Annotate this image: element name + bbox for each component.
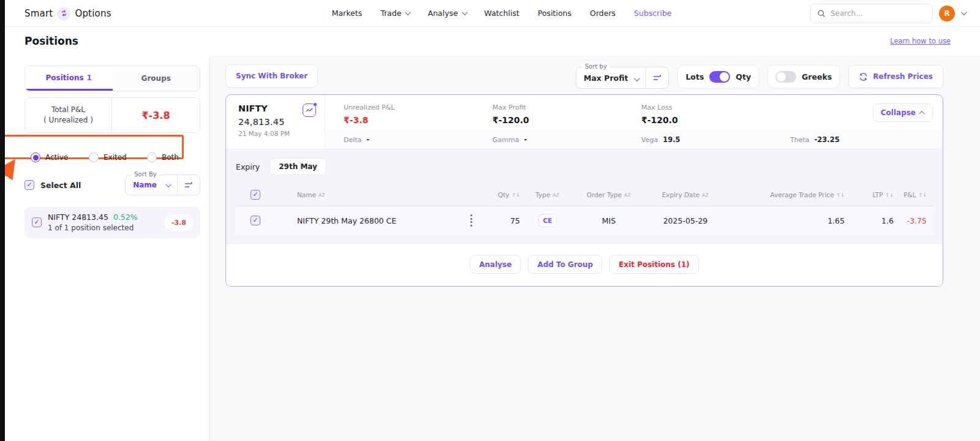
position-pnl-badge: -3.8 <box>165 214 193 231</box>
instrument-panel: NIFTY 24,813.45 21 May 4:08 PM <box>226 95 325 149</box>
lots-qty-toggle-group: Lots Qty <box>677 65 759 88</box>
select-all-checkbox[interactable]: ✓ <box>24 180 34 190</box>
sort-value: Name <box>133 181 157 189</box>
positions-count-badge: 1 <box>87 74 92 82</box>
lots-label: Lots <box>685 72 704 81</box>
radio-option-exited[interactable]: Exited <box>89 153 142 162</box>
brand-logo[interactable]: Smart Options <box>24 7 111 20</box>
sidebar-tabs: Positions 1 Groups <box>24 66 200 91</box>
cell-expiry-date: 2025-05-29 <box>643 216 728 225</box>
sort-direction-button[interactable] <box>646 67 668 88</box>
column-header-pnl[interactable]: P&L↑↓ <box>894 191 927 198</box>
add-to-group-button[interactable]: Add To Group <box>528 255 602 274</box>
refresh-icon <box>859 72 868 81</box>
row-checkbox[interactable]: ✓ <box>251 216 260 225</box>
column-header-qty[interactable]: Qty↑↓ <box>483 191 520 198</box>
sort-az-icon: AZ <box>624 192 631 198</box>
table-header-row: ✓ NameAZ Qty↑↓ TypeAZ Order TypeAZ Expir… <box>236 185 933 206</box>
instrument-price: 24,813.45 <box>238 117 325 127</box>
search-box[interactable] <box>810 4 933 23</box>
greeks-toggle-group: Greeks <box>767 65 840 88</box>
radio-option-active[interactable]: Active <box>31 153 84 162</box>
radio-unselected-icon[interactable] <box>89 153 99 162</box>
position-change-percent: 0.52% <box>113 213 138 222</box>
expiry-label: Expiry <box>236 162 260 172</box>
learn-how-to-use-link[interactable]: Learn how to use <box>890 37 951 45</box>
sort-arrows-icon: ↑↓ <box>919 192 927 198</box>
sort-arrows-icon: ↑↓ <box>512 192 520 198</box>
nav-item-trade[interactable]: Trade <box>380 9 409 18</box>
sync-with-broker-button[interactable]: Sync With Broker <box>225 64 318 88</box>
nav-item-analyse[interactable]: Analyse <box>428 9 466 18</box>
sort-direction-button[interactable] <box>178 175 200 195</box>
stat-unrealized-pnl: Unrealized P&L ₹-3.8 <box>344 104 492 125</box>
refresh-prices-button[interactable]: Refresh Prices <box>848 65 943 88</box>
radio-selected-icon[interactable] <box>31 153 40 162</box>
sidebar-sort-dropdown[interactable]: Sort By Name <box>125 175 200 195</box>
position-card-nifty: NIFTY 24,813.45 21 May 4:08 PM Unrealize… <box>225 94 943 287</box>
exit-positions-button[interactable]: Exit Positions (1) <box>609 255 699 274</box>
nav-item-watchlist[interactable]: Watchlist <box>484 9 519 18</box>
analyse-button[interactable]: Analyse <box>470 255 521 274</box>
total-pnl-card: Total P&L ( Unrealized ) ₹-3.8 <box>24 97 200 133</box>
greek-theta: Theta-23.25 <box>790 135 939 144</box>
radio-option-both[interactable]: Both <box>147 153 200 162</box>
nav-item-orders[interactable]: Orders <box>590 9 616 18</box>
column-header-ltp[interactable]: LTP↑↓ <box>845 191 894 198</box>
sort-az-icon: AZ <box>318 192 325 198</box>
column-header-name[interactable]: NameAZ <box>275 191 459 198</box>
radio-unselected-icon[interactable] <box>147 153 157 162</box>
position-checkbox[interactable]: ✓ <box>32 217 42 227</box>
page-title: Positions <box>24 35 78 47</box>
column-header-type[interactable]: TypeAZ <box>520 191 575 198</box>
greek-gamma: Gamma- <box>492 135 641 144</box>
sort-az-icon: AZ <box>552 192 559 198</box>
column-header-order-type[interactable]: Order TypeAZ <box>575 191 643 198</box>
tab-positions[interactable]: Positions 1 <box>25 66 113 91</box>
table-row[interactable]: ✓ NIFTY 29th May 26800 CE 75 CE MIS 2025… <box>236 206 933 235</box>
greeks-toggle[interactable] <box>775 71 796 83</box>
greeks-label: Greeks <box>802 72 832 81</box>
column-header-expiry-date[interactable]: Expiry DateAZ <box>643 191 728 198</box>
column-header-avg-trade-price[interactable]: Average Trade Price↑↓ <box>728 191 845 198</box>
type-badge-ce: CE <box>538 214 557 227</box>
position-subtitle: 1 of 1 position selected <box>48 224 138 232</box>
main-sort-dropdown[interactable]: Sort by Max Profit <box>576 67 669 89</box>
stat-max-profit: Max Profit ₹-120.0 <box>492 104 641 125</box>
stat-max-loss: Max Loss ₹-120.0 <box>641 104 790 125</box>
search-input[interactable] <box>831 9 922 18</box>
chevron-down-icon[interactable] <box>961 9 967 15</box>
kebab-menu-icon[interactable] <box>459 214 483 227</box>
sort-arrows-icon: ↑↓ <box>886 192 894 198</box>
main-nav: Markets Trade Analyse Watchlist Position… <box>332 9 672 18</box>
total-pnl-sublabel: ( Unrealized ) <box>43 115 93 126</box>
nav-item-markets[interactable]: Markets <box>332 9 362 18</box>
instrument-timestamp: 21 May 4:08 PM <box>238 130 325 137</box>
nav-item-positions[interactable]: Positions <box>538 9 571 18</box>
cell-pnl: -3.75 <box>894 216 927 225</box>
user-avatar[interactable]: R <box>939 6 955 21</box>
swap-arrows-icon <box>57 7 70 20</box>
collapse-button[interactable]: Collapse <box>873 104 933 122</box>
chevron-down-icon <box>405 9 411 15</box>
sidebar-position-item[interactable]: ✓ NIFTY 24813.45 0.52% 1 of 1 position s… <box>24 206 200 238</box>
tab-groups[interactable]: Groups <box>113 66 200 91</box>
lots-qty-toggle[interactable] <box>709 71 730 83</box>
sort-az-icon: AZ <box>702 192 709 198</box>
greek-delta: Delta- <box>344 135 492 144</box>
position-title: NIFTY 24813.45 0.52% <box>48 213 138 222</box>
sort-by-legend: Sort by <box>582 63 609 70</box>
brand-name-right: Options <box>75 8 111 19</box>
card-stats-row: Unrealized P&L ₹-3.8 Max Profit ₹-120.0 … <box>325 95 943 131</box>
positions-table-section: Expiry 29th May ✓ NameAZ Qty↑↓ TypeAZ Or… <box>226 149 943 244</box>
nav-item-subscribe[interactable]: Subscribe <box>634 9 671 18</box>
cell-avg-trade-price: 1.65 <box>728 216 845 225</box>
cell-ltp: 1.6 <box>845 216 894 225</box>
expiry-chip-29th-may[interactable]: 29th May <box>270 158 326 175</box>
card-action-buttons: Analyse Add To Group Exit Positions (1) <box>226 244 943 286</box>
header-select-checkbox[interactable]: ✓ <box>251 190 260 200</box>
sort-by-legend: Sort By <box>132 171 159 178</box>
analyse-chart-icon[interactable] <box>303 104 316 117</box>
positions-sidebar: Positions 1 Groups Total P&L ( Unrealize… <box>0 55 210 441</box>
cell-type: CE <box>520 214 575 227</box>
